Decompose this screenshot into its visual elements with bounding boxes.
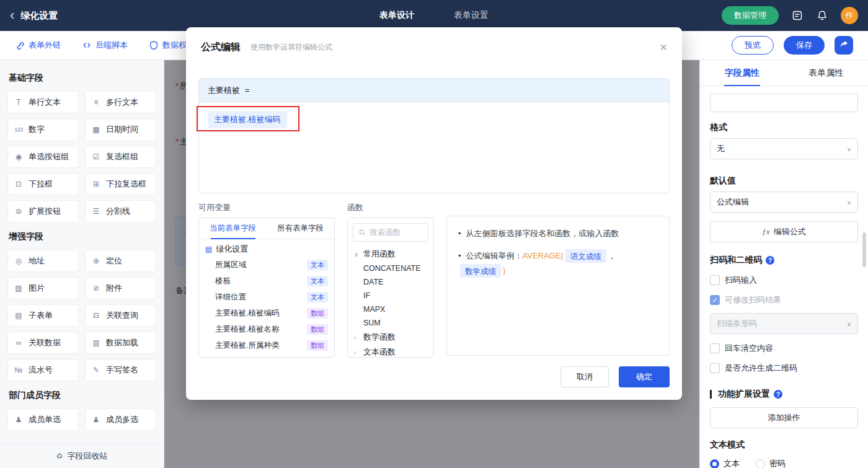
search-input[interactable] [370,228,423,237]
default-value-label: 默认值 [710,175,858,187]
checkbox-scan-modifiable[interactable]: ✓ 可修改扫码结果 [710,294,858,306]
shield-icon [149,40,159,50]
field-item-linked-data[interactable]: ∞关联数据 [7,332,79,354]
checkbox-scan-input[interactable]: 扫码输入 [710,275,858,286]
caret-down-icon: ∨ [354,251,360,258]
checkbox-allow-qrcode[interactable]: 是否允许生成二维码 [710,363,858,374]
back-icon[interactable]: ‹ [10,9,14,22]
field-item-datetime[interactable]: ▦日期时间 [85,118,156,141]
field-item-linked-query[interactable]: ⊟关联查询 [85,304,156,327]
field-palette: 基础字段 T单行文本 ≡多行文本 123数字 ▦日期时间 ◉单选按钮组 ☑复选框… [0,60,164,468]
field-item-location[interactable]: ⊕定位 [85,250,156,272]
field-item-multi-line-text[interactable]: ≡多行文本 [85,91,156,113]
formula-target-row: 主要植被 = [199,79,669,102]
field-title-input[interactable] [710,94,858,112]
field-item-attachment[interactable]: ⊘附件 [85,277,156,299]
scrollbar-thumb[interactable] [862,232,866,267]
field-item-radio-group[interactable]: ◉单选按钮组 [7,146,79,168]
field-item-number[interactable]: 123数字 [7,118,79,141]
tab-all-form-fields[interactable]: 所有表单字段 [267,218,334,239]
tab-form-properties[interactable]: 表单属性 [784,60,868,86]
field-item-image[interactable]: ▨图片 [7,277,79,299]
close-icon[interactable]: × [660,41,667,53]
linked-data-icon: ∞ [13,338,24,347]
share-button[interactable] [835,36,853,55]
example-function-close: ) [503,263,505,278]
avatar[interactable]: 作 [841,7,858,24]
field-item-member-single[interactable]: ♟成员单选 [7,408,79,431]
tab-current-form-fields[interactable]: 当前表单字段 [199,218,267,239]
modal-title: 公式编辑 [201,41,241,54]
type-tag: 数组 [307,340,328,351]
tab-form-settings[interactable]: 表单设置 [454,10,489,21]
hint-line-1: • 从左侧面板选择字段名和函数，或输入函数 [458,226,658,241]
field-item-member-multi[interactable]: ♟成员多选 [85,408,156,431]
barcode-select[interactable]: 扫描条形码 ∨ [710,313,858,334]
help-icon[interactable]: ? [766,256,774,265]
form-external-link[interactable]: 表单外链 [15,40,61,51]
checkbox-enter-clear[interactable]: 回车清空内容 [710,343,858,354]
format-select[interactable]: 无 ∨ [710,138,858,159]
field-item-divider[interactable]: ☰分割线 [85,200,156,223]
field-item-subform[interactable]: ▤子表单 [7,304,79,327]
variable-row[interactable]: 所属区域文本 [199,257,334,273]
example-function-name: AVERAGE( [523,249,564,263]
help-icon[interactable]: ? [774,390,782,399]
field-item-single-line-text[interactable]: T单行文本 [7,91,79,113]
field-recycle-bin[interactable]: ♻ 字段回收站 [0,443,164,468]
function-item[interactable]: DATE [348,275,433,289]
variable-row[interactable]: 主要植被.所属种类数组 [199,337,334,353]
variables-form-root[interactable]: ▤ 绿化设置 [199,239,334,257]
variable-row[interactable]: 主要植被.植被名称数组 [199,321,334,337]
type-tag: 文本 [307,292,328,302]
field-item-data-load[interactable]: ▥数据加载 [85,332,156,354]
edit-formula-button[interactable]: ƒx 编辑公式 [710,221,858,242]
tab-field-properties[interactable]: 字段属性 [700,60,784,86]
bell-icon[interactable] [816,9,828,22]
radio-icon [756,459,765,468]
chevron-down-icon: ∨ [847,146,851,152]
radio-selected-icon [710,459,719,468]
data-manage-button[interactable]: 数据管理 [722,6,779,25]
variable-row[interactable]: 详细位置文本 [199,289,334,305]
form-doc-icon: ▤ [205,245,212,254]
function-item[interactable]: SUM [348,316,433,330]
subform-icon: ▤ [13,311,24,320]
function-item[interactable]: MAPX [348,302,433,316]
default-value-select[interactable]: 公式编辑 ∨ [710,192,858,213]
function-group-common[interactable]: ∨ 常用函数 [348,247,433,262]
field-item-checkbox-group[interactable]: ☑复选框组 [85,146,156,168]
field-item-serial-number[interactable]: №流水号 [7,359,79,381]
app-header: ‹ 绿化设置 表单设计 表单设置 数据管理 作 [0,0,868,31]
tab-form-design[interactable]: 表单设计 [379,10,414,21]
function-item[interactable]: IF [348,289,433,302]
variable-row[interactable]: 主要植被.植被编码数组 [199,305,334,321]
type-tag: 文本 [307,276,328,286]
function-group-text[interactable]: › 文本函数 [348,345,433,358]
location-icon: ⊕ [91,257,102,265]
field-item-signature[interactable]: ✎手写签名 [85,359,156,381]
function-search[interactable] [353,223,428,242]
formula-field-chip[interactable]: 主要植被.植被编码 [208,111,287,128]
app-icon[interactable] [791,9,804,22]
radio-text-mode-text[interactable]: 文本 [710,458,740,468]
confirm-button[interactable]: 确定 [619,366,670,387]
field-item-dropdown[interactable]: ⊡下拉框 [7,173,79,195]
radio-text-mode-password[interactable]: 密码 [756,458,786,468]
field-item-address[interactable]: ◎地址 [7,250,79,272]
cancel-button[interactable]: 取消 [560,366,609,387]
field-item-multi-dropdown[interactable]: ⊞下拉复选框 [85,173,156,195]
function-group-math[interactable]: › 数学函数 [348,330,433,345]
calendar-icon: ▦ [91,125,102,134]
formula-target-field: 主要植被 [208,85,240,96]
add-action-button[interactable]: 添加操作 [710,407,858,428]
save-button[interactable]: 保存 [784,36,825,55]
radio-icon: ◉ [13,152,24,161]
backend-script-link[interactable]: 后端脚本 [82,40,128,51]
field-item-extend-button[interactable]: ⊜扩展按钮 [7,200,79,223]
extension-section-title: 功能扩展设置 ? [710,389,858,400]
formula-input-area[interactable]: 主要植被.植被编码 [199,102,669,137]
function-item[interactable]: CONCATENATE [348,262,433,275]
variable-row[interactable]: 楼栋文本 [199,273,334,289]
preview-button[interactable]: 预览 [732,36,774,55]
